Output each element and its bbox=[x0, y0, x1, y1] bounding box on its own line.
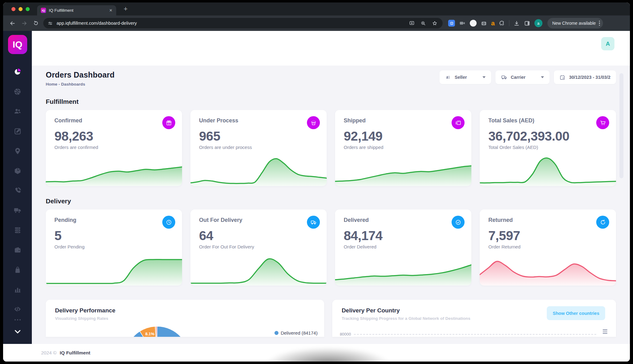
pending-sparkline bbox=[46, 256, 182, 286]
card-label: Total Sales (AED) bbox=[488, 117, 607, 124]
url-bar[interactable]: app.iqfulfillment.com/dashboard-delivery bbox=[43, 18, 443, 28]
date-range-value: 30/12/2023 - 31/03/2 bbox=[569, 75, 610, 80]
pie-slice-label: 8.1% bbox=[145, 332, 155, 336]
carrier-filter-label: Carrier bbox=[511, 75, 526, 80]
sidebar-item shopping-bag-icon[interactable] bbox=[13, 265, 22, 274]
out-for-delivery-sparkline bbox=[190, 256, 327, 286]
cart-icon bbox=[596, 116, 609, 129]
password-extension-icon[interactable] bbox=[448, 20, 455, 27]
chevron-down-icon[interactable] bbox=[13, 328, 22, 336]
card-caption: Orders are shipped bbox=[344, 145, 463, 150]
minimize-window-button[interactable] bbox=[19, 7, 23, 11]
download-icon[interactable] bbox=[513, 20, 520, 27]
dashboard-content: Orders Dashboard Home - Dashboards Selle… bbox=[32, 66, 630, 344]
card-label: Out For Delivery bbox=[199, 217, 318, 223]
extensions-puzzle-icon[interactable] bbox=[499, 20, 505, 26]
legend-dot-delivered bbox=[274, 331, 278, 335]
sidebar-item wallet-icon[interactable] bbox=[13, 246, 22, 254]
date-range-filter[interactable]: 30/12/2023 - 31/03/2 bbox=[554, 70, 616, 84]
sidebar-item phone-icon[interactable] bbox=[13, 186, 22, 195]
more-menu-icon[interactable] bbox=[599, 21, 600, 26]
footer-brand[interactable]: IQ Fulfillment bbox=[60, 350, 90, 356]
section-title-fulfillment: Fulfillment bbox=[46, 98, 616, 105]
card-value: 64 bbox=[199, 228, 318, 243]
stat-card-total-sales: Total Sales (AED) 36,702,393.00 Total Or… bbox=[480, 110, 616, 186]
iq-logo[interactable]: IQ bbox=[8, 35, 27, 54]
screen: IQ IQ Fulfillment ✕ + app.iqfulfillment.… bbox=[0, 0, 633, 364]
seller-filter-label: Seller bbox=[455, 75, 467, 80]
window-controls bbox=[11, 7, 30, 11]
card-caption: Order For Out For Delivery bbox=[199, 244, 318, 249]
sidebar-item cube-icon[interactable] bbox=[13, 167, 22, 175]
card-label: Shipped bbox=[344, 117, 463, 124]
ellipsis-icon[interactable] bbox=[13, 315, 22, 324]
maximize-window-button[interactable] bbox=[26, 7, 30, 11]
main-area: A Orders Dashboard Home - Dashboards bbox=[32, 31, 630, 362]
delivery-cards: Pending 5 Order Pending Out For Delivery bbox=[46, 210, 616, 286]
user-avatar[interactable]: A bbox=[601, 37, 614, 50]
stat-card-under-process: Under Process 965 Orders are under proce… bbox=[190, 110, 327, 186]
delivery-performance-card: Delivery Performance Visualizing Shippin… bbox=[46, 300, 324, 337]
sidebar-item server-icon[interactable] bbox=[13, 226, 22, 234]
close-window-button[interactable] bbox=[11, 7, 15, 11]
filters: Seller Carrier bbox=[440, 70, 616, 84]
blank-extension-icon[interactable] bbox=[470, 20, 477, 27]
sidebar-item truck-icon[interactable] bbox=[13, 206, 22, 214]
stat-card-confirmed: Confirmed 98,263 Orders are confirmed bbox=[46, 110, 182, 186]
card-label: Under Process bbox=[199, 117, 318, 124]
bookmark-star-icon[interactable] bbox=[432, 20, 438, 26]
tab-close-icon[interactable]: ✕ bbox=[109, 8, 113, 13]
zoom-icon[interactable] bbox=[420, 20, 426, 26]
stat-card-pending: Pending 5 Order Pending bbox=[46, 210, 182, 286]
sidebar-item aperture-icon[interactable] bbox=[13, 87, 22, 96]
profile-avatar[interactable]: a bbox=[534, 19, 542, 27]
clock-icon bbox=[162, 216, 175, 229]
chart-menu-icon[interactable] bbox=[603, 329, 607, 334]
sidebar-item users-icon[interactable] bbox=[13, 107, 22, 116]
shipped-sparkline bbox=[335, 156, 471, 186]
update-chrome-label: New Chrome available bbox=[552, 21, 596, 26]
update-chrome-button[interactable]: New Chrome available bbox=[547, 18, 603, 28]
sidebar-item edit-icon[interactable] bbox=[13, 127, 22, 135]
card-caption: Order Pending bbox=[54, 244, 173, 249]
tab-favicon: IQ bbox=[41, 8, 46, 13]
forward-icon[interactable] bbox=[21, 20, 28, 27]
back-icon[interactable] bbox=[9, 20, 16, 27]
carrier-filter[interactable]: Carrier bbox=[495, 70, 550, 84]
browser-tab[interactable]: IQ IQ Fulfillment ✕ bbox=[37, 5, 116, 15]
camera-extension-icon[interactable] bbox=[481, 20, 487, 27]
delivery-performance-subtitle: Visualizing Shipping Rates bbox=[55, 316, 315, 321]
app-sidebar: IQ bbox=[3, 31, 32, 344]
show-other-countries-button[interactable]: Show Other countries bbox=[547, 306, 605, 320]
card-label: Confirmed bbox=[54, 117, 173, 124]
app-footer: 2024 © IQ Fulfillment bbox=[3, 344, 630, 362]
new-tab-button[interactable]: + bbox=[124, 5, 128, 13]
open-box-icon bbox=[307, 116, 320, 129]
seller-filter[interactable]: Seller bbox=[440, 70, 491, 84]
extensions-row: a a bbox=[448, 19, 542, 27]
amazon-extension-icon[interactable]: a bbox=[491, 20, 495, 27]
card-value: 36,702,393.00 bbox=[488, 129, 607, 144]
url-text[interactable]: app.iqfulfillment.com/dashboard-delivery bbox=[57, 21, 137, 26]
pie-legend[interactable]: Delivered (84174) bbox=[274, 330, 317, 336]
breadcrumb[interactable]: Home - Dashboards bbox=[46, 82, 115, 87]
stat-card-returned: Returned 7,597 Order Returned bbox=[480, 210, 616, 286]
app-topbar: A bbox=[32, 31, 630, 66]
video-extension-icon[interactable] bbox=[459, 20, 466, 27]
scrollbar-thumb[interactable] bbox=[619, 73, 623, 178]
delivery-performance-title: Delivery Performance bbox=[55, 307, 315, 314]
sidebar-item code-icon[interactable] bbox=[13, 305, 22, 313]
fulfillment-cards: Confirmed 98,263 Orders are confirmed Un… bbox=[46, 110, 616, 186]
stat-card-out-for-delivery: Out For Delivery 64 Order For Out For De… bbox=[190, 210, 327, 286]
sidebar-item bar-chart-icon[interactable] bbox=[13, 285, 22, 294]
sidebar-item location-pin-icon[interactable] bbox=[13, 147, 22, 155]
footer-year: 2024 © bbox=[41, 350, 57, 356]
return-icon bbox=[596, 216, 609, 229]
shipping-box-icon bbox=[452, 116, 465, 129]
side-panel-icon[interactable] bbox=[524, 20, 530, 27]
reload-icon[interactable] bbox=[33, 20, 39, 26]
install-icon[interactable] bbox=[409, 20, 415, 26]
card-caption: Order Delivered bbox=[344, 244, 463, 249]
site-info-icon[interactable] bbox=[48, 21, 53, 26]
sidebar-item-dashboard pie-chart-icon[interactable] bbox=[13, 68, 22, 76]
